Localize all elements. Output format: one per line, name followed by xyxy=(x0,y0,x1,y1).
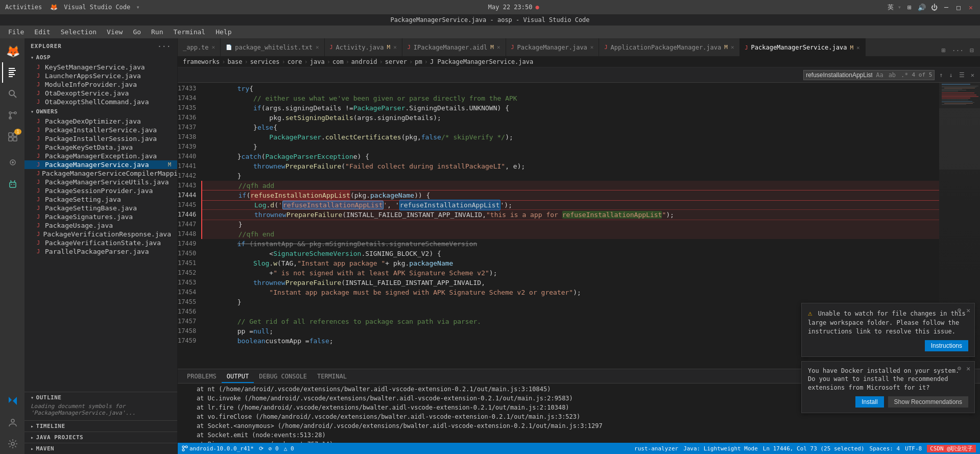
sidebar-menu-icon[interactable]: ··· xyxy=(158,42,171,50)
activity-icon-git[interactable] xyxy=(2,105,22,126)
menu-item-view[interactable]: View xyxy=(103,27,127,37)
tab-close-icon[interactable]: ✕ xyxy=(590,44,594,51)
activity-icon-avatar[interactable] xyxy=(2,412,22,433)
git-branch[interactable]: android-10.0.0_r41* xyxy=(182,445,254,452)
timeline-header[interactable]: TIMELINE xyxy=(31,423,171,429)
tab-packagemanagerservice-java[interactable]: J PackageManagerService.java M ✕ xyxy=(740,38,866,56)
tab-close-icon[interactable]: ✕ xyxy=(393,44,397,51)
activity-icon-firefox[interactable]: 🦊 xyxy=(2,41,22,61)
activity-icon-vscode-bottom[interactable] xyxy=(2,391,22,411)
tab-close-icon[interactable]: ✕ xyxy=(497,44,500,51)
install-button[interactable]: Install xyxy=(855,396,883,408)
tab-close-icon[interactable]: ✕ xyxy=(212,44,216,51)
menu-item-run[interactable]: Run xyxy=(147,27,167,37)
file-packagemanagerexception[interactable]: JPackageManagerException.java xyxy=(25,152,177,160)
notif-close-icon[interactable]: ✕ xyxy=(966,306,970,314)
activity-icon-debug[interactable] xyxy=(2,152,22,173)
file-packageverificationstate[interactable]: JPackageVerificationState.java xyxy=(25,238,177,247)
bc-pm[interactable]: pm xyxy=(415,58,422,65)
file-packagedex[interactable]: JPackageDexOptimizer.java xyxy=(25,117,177,126)
menu-item-terminal[interactable]: Terminal xyxy=(170,27,210,37)
match-case-btn[interactable]: Aa xyxy=(874,71,885,79)
menu-item-selection[interactable]: Selection xyxy=(57,27,101,37)
find-list-btn[interactable]: ☰ xyxy=(958,71,966,79)
show-recommendations-button[interactable]: Show Recommendations xyxy=(888,396,968,408)
more-actions-icon[interactable]: ··· xyxy=(950,44,966,56)
tab-close-icon[interactable]: ✕ xyxy=(316,44,319,51)
tab-close-icon[interactable]: ✕ xyxy=(731,44,734,51)
minimize-icon[interactable]: ─ xyxy=(942,3,950,11)
tab-packagemanager-java[interactable]: J PackageManager.java ✕ xyxy=(506,38,600,56)
file-packageverificationresponse[interactable]: JPackageVerificationResponse.java xyxy=(25,230,177,238)
menu-item-edit[interactable]: Edit xyxy=(30,27,54,37)
notif-docker-settings-icon[interactable]: ⚙ xyxy=(958,365,961,372)
find-next-btn[interactable]: ↓ xyxy=(948,71,954,79)
tab-activity-java[interactable]: J Activity.java M ✕ xyxy=(325,38,402,56)
errors-indicator[interactable]: ⊘ 0 xyxy=(269,445,279,452)
activity-icon-search[interactable] xyxy=(2,84,22,104)
file-packageinstaller[interactable]: JPackageInstallerService.java xyxy=(25,126,177,134)
warnings-indicator[interactable]: △ 0 xyxy=(284,445,294,452)
activity-icon-settings[interactable] xyxy=(2,434,22,454)
section-owners[interactable]: OWNERS xyxy=(25,106,177,117)
bc-com[interactable]: com xyxy=(332,58,344,65)
file-moduleinfo[interactable]: JModuleInfoProvider.java xyxy=(25,80,177,89)
tab-app-te[interactable]: _app.te ✕ xyxy=(178,38,221,56)
menu-item-go[interactable]: Go xyxy=(129,27,145,37)
notif-docker-close-icon[interactable]: ✕ xyxy=(966,365,970,372)
menu-item-file[interactable]: File xyxy=(4,27,28,37)
file-packageusage[interactable]: JPackageUsage.java xyxy=(25,221,177,230)
file-packagesignatures[interactable]: JPackageSignatures.java xyxy=(25,212,177,221)
panel-tab-terminal[interactable]: TERMINAL xyxy=(312,371,352,383)
bc-core[interactable]: core xyxy=(288,58,302,65)
power-icon[interactable]: ⏻ xyxy=(930,3,938,11)
find-prev-btn[interactable]: ↑ xyxy=(938,71,944,79)
file-packageinstallersession[interactable]: JPackageInstallerSession.java xyxy=(25,134,177,143)
csdn-link[interactable]: CSDN @职业坑子 xyxy=(927,445,976,452)
audio-icon[interactable]: 🔊 xyxy=(918,3,926,11)
whole-word-btn[interactable]: ab xyxy=(887,71,897,79)
encoding-indicator[interactable]: UTF-8 xyxy=(905,445,922,452)
cursor-position[interactable]: Ln 17446, Col 73 (25 selected) xyxy=(763,445,865,452)
tab-ipackagemanager-aidl[interactable]: J IPackageManager.aidl M ✕ xyxy=(402,38,506,56)
bc-frameworks[interactable]: frameworks xyxy=(183,58,220,65)
java-header[interactable]: JAVA PROJECTS xyxy=(31,434,171,441)
notif-settings-icon[interactable]: ⚙ xyxy=(958,306,961,314)
instructions-button[interactable]: Instructions xyxy=(925,340,968,351)
split-editor-icon[interactable]: ⊞ xyxy=(940,44,948,56)
activity-icon-explorer[interactable] xyxy=(2,62,22,83)
find-input[interactable] xyxy=(806,71,872,79)
file-parallelpackageparser[interactable]: JParallelPackageParser.java xyxy=(25,247,177,256)
file-packagesettingbase[interactable]: JPackageSettingBase.java xyxy=(25,204,177,212)
bc-services[interactable]: services xyxy=(250,58,280,65)
tab-package-whitelist[interactable]: 📄 package_whitelist.txt ✕ xyxy=(221,38,324,56)
file-otadexopt[interactable]: JOtaDexoptService.java xyxy=(25,89,177,98)
activity-icon-extensions[interactable]: 1 xyxy=(2,127,22,147)
file-otadexoptshell[interactable]: JOtaDexoptShellCommand.java xyxy=(25,98,177,106)
bc-android[interactable]: android xyxy=(351,58,377,65)
java-mode-status[interactable]: Java: Lightweight Mode xyxy=(683,445,758,452)
maven-header[interactable]: MAVEN xyxy=(31,445,171,452)
file-packagesession[interactable]: JPackageSessionProvider.java xyxy=(25,186,177,195)
file-packagemanagerserviceutils[interactable]: JPackageManagerServiceUtils.java xyxy=(25,178,177,186)
sync-icon[interactable]: ⟳ xyxy=(259,445,264,452)
rust-analyzer-status[interactable]: rust-analyzer xyxy=(634,445,678,452)
panel-tab-output[interactable]: OUTPUT xyxy=(222,371,254,383)
bc-server[interactable]: server xyxy=(385,58,407,65)
spaces-indicator[interactable]: Spaces: 4 xyxy=(870,445,900,452)
file-keysetmanager[interactable]: JKeySetManagerService.java xyxy=(25,63,177,71)
find-close-btn[interactable]: ✕ xyxy=(969,71,976,79)
maximize-icon[interactable]: □ xyxy=(954,3,963,11)
panel-tab-problems[interactable]: PROBLEMS xyxy=(182,371,222,383)
activity-icon-android[interactable] xyxy=(2,174,22,194)
close-icon[interactable]: ✕ xyxy=(967,3,975,11)
file-launcherapps[interactable]: JLauncherAppsService.java xyxy=(25,71,177,80)
tab-applicationpackagemanager-java[interactable]: J ApplicationPackageManager.java M ✕ xyxy=(599,38,739,56)
file-packagemanagerservicecompiler[interactable]: JPackageManagerServiceCompilerMapping.j.… xyxy=(25,169,177,178)
file-packagesetting[interactable]: JPackageSetting.java xyxy=(25,195,177,204)
layout-icon[interactable]: ⊟ xyxy=(968,44,976,56)
bc-base[interactable]: base xyxy=(227,58,242,65)
display-icon[interactable]: ⊞ xyxy=(905,3,914,11)
section-aosp[interactable]: AOSP xyxy=(25,52,177,63)
regex-btn[interactable]: .* xyxy=(899,71,910,79)
